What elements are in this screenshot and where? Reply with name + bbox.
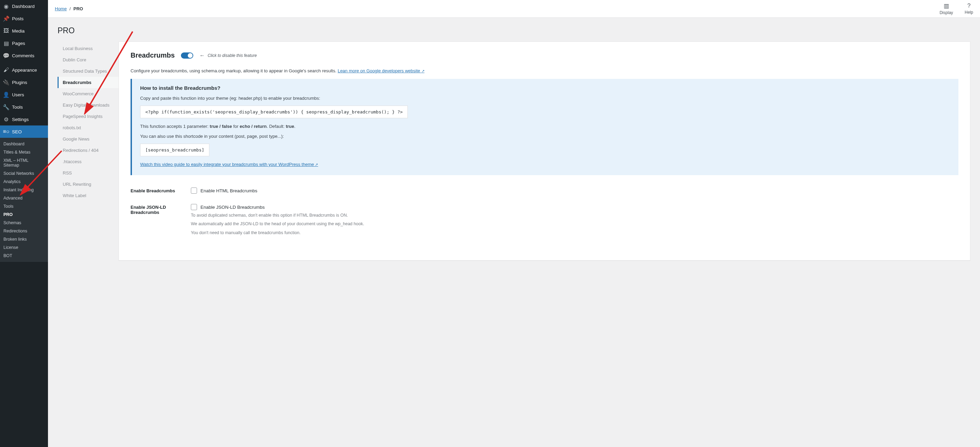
display-icon: ▥	[944, 2, 949, 10]
wp-menu-tools[interactable]: 🔧Tools	[0, 101, 48, 113]
wp-admin-sidebar: ◉Dashboard📌Posts🖾Media▤Pages💬Comments🖌Ap…	[0, 0, 48, 447]
arrow-left-icon: ←	[199, 52, 205, 59]
enable-jsonld-option[interactable]: Enable JSON-LD Breadcrumbs	[191, 204, 958, 210]
code-snippet-php: <?php if(function_exists('seopress_displ…	[140, 106, 408, 118]
appearance-icon: 🖌	[3, 67, 10, 73]
help-label: Help	[964, 10, 973, 15]
wp-menu-comments[interactable]: 💬Comments	[0, 49, 48, 62]
enable-jsonld-checkbox[interactable]	[191, 204, 197, 210]
feature-toggle[interactable]	[181, 52, 193, 59]
display-label: Display	[940, 10, 953, 15]
users-icon: 👤	[3, 91, 10, 98]
settings-tab-google-news[interactable]: Google News	[57, 134, 119, 145]
wp-menu-label: SEO	[12, 129, 22, 134]
toggle-hint: ← Click to disable this feature	[199, 52, 257, 59]
wp-menu-posts[interactable]: 📌Posts	[0, 12, 48, 25]
code-snippet-shortcode: [seopress_breadcrumbs]	[140, 144, 209, 156]
seo-submenu-analytics[interactable]: Analytics	[0, 178, 48, 186]
enable-jsonld-label: Enable JSON-LD Breadcrumbs	[200, 205, 265, 210]
seo-submenu-license[interactable]: License	[0, 243, 48, 251]
settings-tab-dublin-core[interactable]: Dublin Core	[57, 54, 119, 65]
seo-submenu-dashboard[interactable]: Dashboard	[0, 140, 48, 148]
seo-submenu-broken-links[interactable]: Broken links	[0, 235, 48, 243]
video-guide-link[interactable]: Watch this video guide to easily integra…	[140, 162, 318, 167]
seo-submenu-xml-html-sitemap[interactable]: XML – HTML Sitemap	[0, 156, 48, 169]
seo-submenu-pro[interactable]: PRO	[0, 210, 48, 219]
tools-icon: 🔧	[3, 103, 10, 110]
callout-title: How to install the Breadcrumbs?	[140, 85, 950, 91]
wp-menu-label: Posts	[12, 16, 24, 21]
seo-submenu-schemas[interactable]: Schemas	[0, 219, 48, 227]
panel-heading: Breadcrumbs	[130, 51, 175, 59]
wp-menu-label: Plugins	[12, 80, 27, 85]
wp-menu-label: Dashboard	[12, 4, 35, 9]
wp-menu-label: Tools	[12, 105, 23, 110]
seo-submenu-titles-metas[interactable]: Titles & Metas	[0, 148, 48, 156]
enable-html-breadcrumbs-label: Enable HTML Breadcrumbs	[200, 188, 257, 193]
enable-html-breadcrumbs-checkbox[interactable]	[191, 188, 197, 194]
wp-menu-dashboard[interactable]: ◉Dashboard	[0, 0, 48, 12]
display-button[interactable]: ▥ Display	[940, 2, 953, 15]
dashboard-icon: ◉	[3, 3, 10, 10]
row-enable-breadcrumbs-label: Enable Breadcrumbs	[130, 188, 191, 193]
settings-tab--htaccess[interactable]: .htaccess	[57, 156, 119, 167]
settings-tab-woocommerce[interactable]: WooCommerce	[57, 88, 119, 99]
seo-icon: ≡○	[3, 128, 10, 135]
settings-tab-easy-digital-downloads[interactable]: Easy Digital Downloads	[57, 99, 119, 111]
settings-tab-redirections-404[interactable]: Redirections / 404	[57, 145, 119, 156]
page-title: PRO	[57, 26, 970, 35]
wp-menu-label: Appearance	[12, 68, 37, 73]
seo-submenu-redirections[interactable]: Redirections	[0, 227, 48, 235]
seo-submenu-social-networks[interactable]: Social Networks	[0, 169, 48, 178]
breadcrumb-home-link[interactable]: Home	[55, 6, 67, 11]
wp-menu-plugins[interactable]: 🔌Plugins	[0, 76, 48, 88]
breadcrumb-current: PRO	[73, 6, 83, 11]
main-area: Home / PRO ▥ Display ? Help PRO Local Bu…	[48, 0, 980, 447]
settings-tab-url-rewriting[interactable]: URL Rewriting	[57, 178, 119, 190]
content: PRO Local BusinessDublin CoreStructured …	[48, 18, 980, 269]
settings-tab-structured-data-types[interactable]: Structured Data Types	[57, 65, 119, 77]
jsonld-hint-3: You don't need to manually call the brea…	[191, 230, 958, 236]
settings-tab-robots-txt[interactable]: robots.txt	[57, 122, 119, 134]
seo-submenu: DashboardTitles & MetasXML – HTML Sitema…	[0, 138, 48, 262]
enable-html-breadcrumbs-option[interactable]: Enable HTML Breadcrumbs	[191, 188, 958, 194]
topbar: Home / PRO ▥ Display ? Help	[48, 0, 980, 18]
breadcrumb-separator: /	[70, 6, 71, 11]
seo-submenu-bot[interactable]: BOT	[0, 251, 48, 260]
seo-submenu-instant-indexing[interactable]: Instant Indexing	[0, 186, 48, 194]
settings-tab-local-business[interactable]: Local Business	[57, 43, 119, 54]
wp-menu-media[interactable]: 🖾Media	[0, 25, 48, 37]
wp-menu-pages[interactable]: ▤Pages	[0, 37, 48, 49]
comments-icon: 💬	[3, 52, 10, 59]
settings-tab-rss[interactable]: RSS	[57, 167, 119, 178]
jsonld-hint-2: We automatically add the JSON-LD to the …	[191, 221, 958, 227]
panel-description: Configure your breadcrumbs, using schema…	[130, 68, 958, 73]
media-icon: 🖾	[3, 27, 10, 34]
wp-menu-label: Settings	[12, 117, 29, 122]
install-callout: How to install the Breadcrumbs? Copy and…	[130, 79, 958, 175]
wp-menu-settings[interactable]: ⚙Settings	[0, 113, 48, 126]
wp-menu-label: Users	[12, 92, 24, 97]
callout-text-3: You can also use this shortcode in your …	[140, 134, 950, 139]
wp-menu-appearance[interactable]: 🖌Appearance	[0, 64, 48, 76]
settings-tab-breadcrumbs[interactable]: Breadcrumbs	[57, 77, 119, 88]
learn-more-link[interactable]: Lean more on Google developers website	[337, 68, 424, 73]
toggle-hint-text: Click to disable this feature	[208, 53, 257, 58]
settings-tab-white-label[interactable]: White Label	[57, 190, 119, 201]
wp-menu-label: Media	[12, 29, 25, 33]
settings-tab-pagespeed-insights[interactable]: PageSpeed Insights	[57, 111, 119, 122]
wp-menu-seo[interactable]: ≡○SEO	[0, 126, 48, 138]
help-icon: ?	[967, 2, 970, 9]
settings-panel: Breadcrumbs ← Click to disable this feat…	[119, 41, 970, 261]
callout-text-1: Copy and paste this function into your t…	[140, 95, 950, 101]
wp-menu-label: Pages	[12, 41, 25, 46]
help-button[interactable]: ? Help	[964, 2, 973, 15]
breadcrumb: Home / PRO	[55, 6, 83, 11]
jsonld-hint-1: To avoid duplicated schemas, don't enabl…	[191, 212, 958, 219]
settings-icon: ⚙	[3, 116, 10, 123]
seo-submenu-advanced[interactable]: Advanced	[0, 194, 48, 202]
wp-menu-label: Comments	[12, 53, 34, 58]
callout-text-2: This function accepts 1 parameter: true …	[140, 124, 950, 129]
wp-menu-users[interactable]: 👤Users	[0, 88, 48, 101]
seo-submenu-tools[interactable]: Tools	[0, 202, 48, 210]
